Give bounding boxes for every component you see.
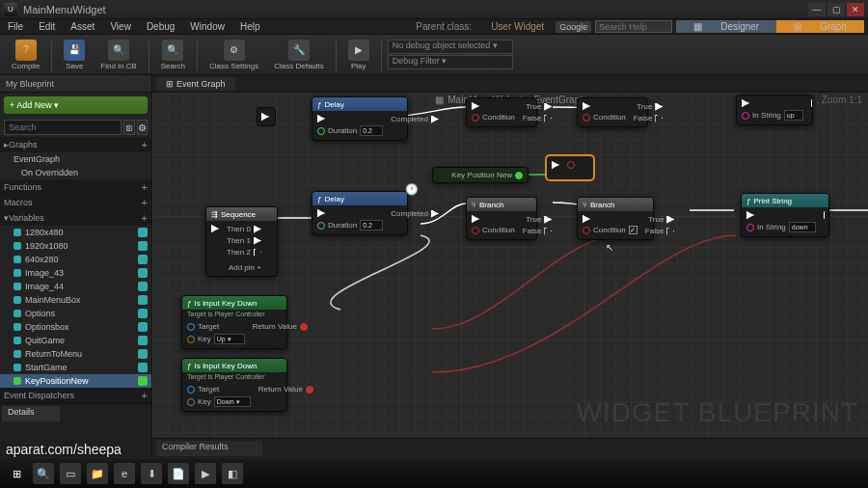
flow-icon: ⇶ xyxy=(211,210,218,219)
task-view-icon[interactable]: ▭ xyxy=(60,463,81,484)
print-string-node[interactable]: ƒPrint String In String xyxy=(741,193,829,237)
branch-icon: ⑂ xyxy=(472,201,476,209)
graph-canvas[interactable]: ▦ MainMenuWidget › EventGraph Zoom 1:1 W… xyxy=(152,93,868,438)
variable-item[interactable]: Options xyxy=(0,307,151,320)
variable-item[interactable]: 1920x1080 xyxy=(0,239,151,253)
graphs-section[interactable]: ▸Graphs+ xyxy=(0,137,151,152)
blueprint-search-input[interactable] xyxy=(4,120,122,135)
dispatchers-section[interactable]: Event Dispatchers+ xyxy=(0,388,151,403)
save-button[interactable]: 💾Save xyxy=(58,38,91,72)
variable-item[interactable]: Optionsbox xyxy=(0,320,151,334)
functions-section[interactable]: Functions+ xyxy=(0,179,151,195)
variable-item[interactable]: QuitGame xyxy=(0,334,151,347)
variable-item[interactable]: StartGame xyxy=(0,361,151,374)
help-search-btn[interactable]: Google xyxy=(556,21,591,33)
zoom-label: Zoom 1:1 xyxy=(822,95,862,105)
find-button[interactable]: 🔍Find in CB xyxy=(95,38,142,72)
minimize-button[interactable]: — xyxy=(808,3,826,16)
filter-icon[interactable]: ⚙ xyxy=(137,120,148,135)
ue-logo-icon: U xyxy=(4,3,17,16)
variable-item[interactable]: 1280x480 xyxy=(0,226,151,239)
variable-get-node[interactable]: Key Position New xyxy=(432,167,529,183)
compiler-results-tab[interactable]: Compiler Results xyxy=(156,441,262,456)
add-new-button[interactable]: + Add New ▾ xyxy=(4,96,148,114)
gear-icon: ⚙ xyxy=(224,40,245,61)
store-icon[interactable]: ⬇ xyxy=(141,463,162,484)
branch-node[interactable]: ⑂Branch Condition TrueFalse xyxy=(466,197,537,240)
add-function-icon[interactable]: + xyxy=(142,181,148,193)
event-graph-tab[interactable]: ⊞Event Graph xyxy=(156,77,235,91)
add-macro-icon[interactable]: + xyxy=(142,197,148,208)
compile-button[interactable]: ?Compile xyxy=(6,38,45,72)
delay-node[interactable]: ƒDelay Duration Completed xyxy=(312,96,408,141)
delay-node[interactable]: ƒDelay Duration Completed xyxy=(312,191,408,235)
print-string-node[interactable]: In String xyxy=(736,95,813,125)
edge-icon[interactable]: e xyxy=(114,463,135,484)
duration-input[interactable] xyxy=(360,220,383,230)
menu-view[interactable]: View xyxy=(102,21,139,32)
help-search-input[interactable] xyxy=(595,20,672,33)
menu-help[interactable]: Help xyxy=(232,21,268,32)
branch-node[interactable]: ⑂Branch Condition TrueFalse xyxy=(577,197,654,240)
menu-file[interactable]: File xyxy=(0,21,31,32)
variables-section[interactable]: ▾Variables+ xyxy=(0,210,151,226)
search-button[interactable]: 🔍Search xyxy=(155,38,191,72)
key-select[interactable] xyxy=(214,396,251,407)
variable-item[interactable]: MainMenuBox xyxy=(0,293,151,307)
my-blueprint-panel: My Blueprint + Add New ▾ ⦻ ⚙ ▸Graphs+ Ev… xyxy=(0,75,152,459)
tree-item[interactable]: On Overridden xyxy=(0,166,151,179)
class-settings-button[interactable]: ⚙Class Settings xyxy=(203,38,264,72)
play-button[interactable]: ▶Play xyxy=(342,38,375,72)
add-variable-icon[interactable]: + xyxy=(142,212,148,224)
variable-item[interactable]: Image_44 xyxy=(0,280,151,293)
variable-item[interactable]: 640x280 xyxy=(0,253,151,266)
exec-node[interactable] xyxy=(257,107,276,126)
add-dispatcher-icon[interactable]: + xyxy=(142,390,148,401)
start-button[interactable]: ⊞ xyxy=(6,463,27,484)
string-input[interactable] xyxy=(784,110,803,121)
variable-item[interactable]: Image_43 xyxy=(0,266,151,280)
debug-filter-select[interactable]: Debug Filter ▾ xyxy=(388,55,513,69)
branch-node[interactable]: Condition TrueFalse xyxy=(466,97,537,127)
app-icon[interactable]: ▶ xyxy=(195,463,216,484)
debug-object-select[interactable]: No debug object selected ▾ xyxy=(388,40,513,54)
variable-item[interactable]: ReturnToMenu xyxy=(0,347,151,361)
explorer-icon[interactable]: 📁 xyxy=(87,463,108,484)
tree-item[interactable]: EventGraph xyxy=(0,152,151,166)
graph-tabs: ⊞Event Graph xyxy=(152,75,868,93)
selected-node[interactable] xyxy=(546,155,594,180)
variable-item[interactable]: KeyPositionNew xyxy=(0,374,151,388)
menu-debug[interactable]: Debug xyxy=(139,21,182,32)
clock-icon: ƒ xyxy=(317,195,321,203)
designer-tab[interactable]: ▦Designer xyxy=(676,20,776,33)
app-icon[interactable]: 📄 xyxy=(168,463,189,484)
is-input-key-down-node[interactable]: ƒIs Input Key Down Target is Player Cont… xyxy=(181,295,287,349)
menu-edit[interactable]: Edit xyxy=(31,21,63,32)
duration-input[interactable] xyxy=(360,125,383,136)
sequence-node[interactable]: ⇶Sequence Then 0 Then 1 Then 2 Add pin + xyxy=(205,206,278,277)
maximize-button[interactable]: ▢ xyxy=(827,3,845,16)
menu-asset[interactable]: Asset xyxy=(63,21,102,32)
add-graph-icon[interactable]: + xyxy=(142,139,148,150)
class-defaults-button[interactable]: 🔧Class Defaults xyxy=(268,38,330,72)
string-input[interactable] xyxy=(789,222,816,232)
search-taskbar-icon[interactable]: 🔍 xyxy=(33,463,54,484)
close-button[interactable]: ✕ xyxy=(847,3,864,16)
graph-tab[interactable]: ⊞Graph xyxy=(776,20,864,33)
parent-class-link[interactable]: User Widget xyxy=(483,21,552,32)
menu-window[interactable]: Window xyxy=(182,21,232,32)
condition-checkbox[interactable] xyxy=(629,226,637,234)
key-select[interactable] xyxy=(214,334,245,344)
clock-icon: 🕐 xyxy=(405,183,419,196)
app-icon[interactable]: ◧ xyxy=(222,463,243,484)
search-clear-icon[interactable]: ⦻ xyxy=(123,120,135,135)
macros-section[interactable]: Macros+ xyxy=(0,195,151,210)
menubar: File Edit Asset View Debug Window Help P… xyxy=(0,19,868,35)
details-tab[interactable]: Details xyxy=(2,406,60,421)
is-input-key-down-node[interactable]: ƒIs Input Key Down Target is Player Cont… xyxy=(181,358,287,412)
my-blueprint-tab[interactable]: My Blueprint xyxy=(0,75,151,93)
cursor-icon: ↖ xyxy=(606,242,613,253)
play-icon: ▶ xyxy=(348,40,369,61)
branch-node[interactable]: Condition TrueFalse xyxy=(577,97,648,127)
titlebar: U MainMenuWidget — ▢ ✕ xyxy=(0,0,868,19)
